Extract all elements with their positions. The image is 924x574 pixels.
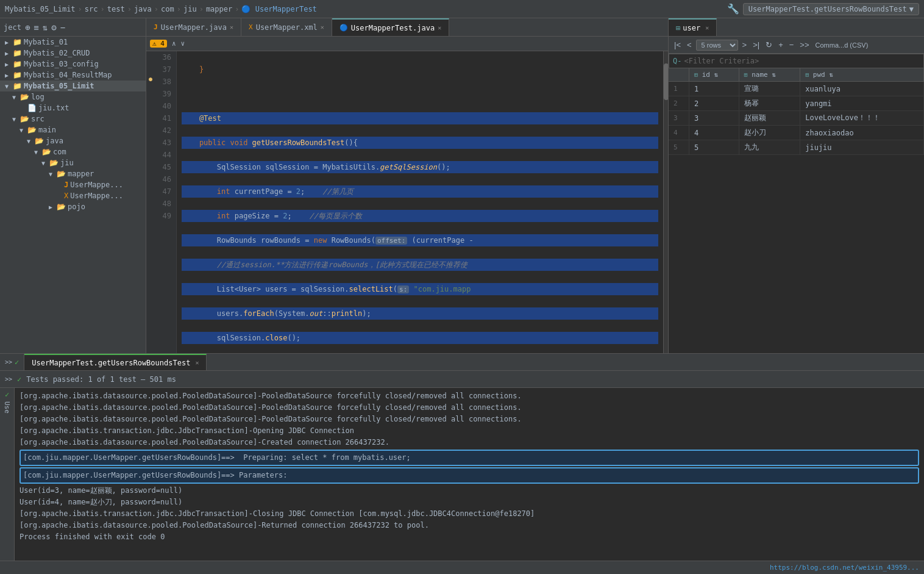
sidebar-item-jiutxt[interactable]: ▶ 📄 jiu.txt <box>0 102 146 113</box>
close-icon[interactable]: ✕ <box>438 24 441 31</box>
cell-pwd[interactable]: xuanluya <box>800 82 924 96</box>
sidebar-item-mybatis05[interactable]: ▼ 📁 Mybatis_05_Limit <box>0 81 146 91</box>
sidebar-item-java[interactable]: ▼ 📂 java <box>0 135 146 146</box>
arrow-icon: ▼ <box>12 94 18 101</box>
col-header-id[interactable]: ⊞ id ⇅ <box>689 68 739 82</box>
bottom-tabs: >> ✓ UserMapperTest.getUsersRowBoundsTes… <box>0 354 924 371</box>
cell-id[interactable]: 3 <box>689 111 739 126</box>
sidebar-item-label: main <box>38 126 56 134</box>
col-header-pwd[interactable]: ⊞ pwd ⇅ <box>800 68 924 82</box>
bottom-tab-run[interactable]: UserMapperTest.getUsersRowBoundsTest ✕ <box>24 354 207 370</box>
sidebar-item-com[interactable]: ▼ 📂 com <box>0 146 146 157</box>
sidebar-item-label: java <box>46 137 63 145</box>
expand-arrow[interactable]: >> <box>5 376 12 382</box>
minus-icon[interactable]: − <box>60 23 65 32</box>
breadcrumb-item-5[interactable]: com <box>161 5 174 13</box>
sidebar-item-label: src <box>31 115 44 123</box>
java-file-icon: J <box>64 181 68 189</box>
add-icon[interactable]: ⊕ <box>25 23 30 32</box>
cell-name[interactable]: 赵丽颖 <box>739 111 800 126</box>
db-tabs: ⊞ user ✕ <box>669 18 924 37</box>
breadcrumb-item-8[interactable]: 🔵 UserMapperTest <box>241 5 316 13</box>
tab-usermapper-java[interactable]: J UserMapper.java ✕ <box>146 18 241 36</box>
breadcrumb-item-3[interactable]: test <box>107 5 125 13</box>
breadcrumb-item-6[interactable]: jiu <box>183 5 197 13</box>
table-row[interactable]: 4 4 赵小刀 zhaoxiaodao <box>669 126 924 140</box>
settings-icon[interactable]: 🔧 <box>727 3 739 15</box>
first-page-button[interactable]: |< <box>672 40 683 49</box>
table-row[interactable]: 5 5 九九 jiujiu <box>669 140 924 155</box>
collapse-icon[interactable]: ∧ <box>172 40 176 48</box>
breadcrumb-item-1[interactable]: Mybatis_05_Limit <box>5 5 76 13</box>
breadcrumb-item-4[interactable]: java <box>134 5 152 13</box>
prev-page-button[interactable]: < <box>685 40 694 49</box>
db-panel: ⊞ user ✕ |< < 5 rows 10 rows 20 rows > >… <box>668 18 924 353</box>
db-tab-user[interactable]: ⊞ user ✕ <box>669 18 717 36</box>
sidebar-item-pojo[interactable]: ▶ 📂 pojo <box>0 201 146 212</box>
sidebar-item-log[interactable]: ▼ 📂 log <box>0 91 146 102</box>
db-toolbar: |< < 5 rows 10 rows 20 rows > >| ↻ + − >… <box>669 37 924 54</box>
table-row[interactable]: 3 3 赵丽颖 LoveLoveLove！！！ <box>669 111 924 126</box>
sidebar-item-usermapper-java[interactable]: ▶ J UserMappe... <box>0 179 146 190</box>
sidebar-item-label: UserMappe... <box>70 181 123 189</box>
top-bar-right: 🔧 UserMapperTest.getUsersRowBoundsTest ▼ <box>727 3 919 15</box>
sidebar-item-main[interactable]: ▼ 📂 main <box>0 124 146 135</box>
cell-name[interactable]: 九九 <box>739 140 800 155</box>
bottom-panel: >> ✓ UserMapperTest.getUsersRowBoundsTes… <box>0 353 924 561</box>
col-header-name[interactable]: ⊞ name ⇅ <box>739 68 800 82</box>
run-toolbar: >> ✓ Tests passed: 1 of 1 test – 501 ms <box>0 371 924 388</box>
table-row[interactable]: 1 1 宣璐 xuanluya <box>669 82 924 96</box>
gutter: ● <box>146 51 177 353</box>
bottom-tab-close[interactable]: ✕ <box>195 359 199 366</box>
sidebar-item-src[interactable]: ▼ 📂 src <box>0 113 146 124</box>
next-page-button[interactable]: > <box>741 40 749 49</box>
sidebar-item-mybatis03[interactable]: ▶ 📁 Mybatis_03_config <box>0 59 146 70</box>
sidebar-item-mybatis02[interactable]: ▶ 📁 Mybatis_02_CRUD <box>0 48 146 59</box>
table-row[interactable]: 2 2 杨幂 yangmi <box>669 96 924 111</box>
cell-pwd[interactable]: yangmi <box>800 96 924 111</box>
console-line: [org.apache.ibatis.datasource.pooled.Poo… <box>20 390 919 402</box>
breadcrumb-item-2[interactable]: src <box>85 5 98 13</box>
sort-icon[interactable]: ⇅ <box>43 23 48 32</box>
cell-pwd[interactable]: jiujiu <box>800 140 924 155</box>
sidebar-item-mybatis04[interactable]: ▶ 📁 Mybatis_04_ResultMap <box>0 70 146 81</box>
run-config[interactable]: UserMapperTest.getUsersRowBoundsTest ▼ <box>743 3 919 15</box>
arrow-icon: ▼ <box>27 138 33 145</box>
close-icon[interactable]: ✕ <box>230 24 233 30</box>
db-table: ⊞ id ⇅ ⊞ name ⇅ ⊞ pwd ⇅ 1 1 宣璐 xuanluya … <box>669 68 924 353</box>
console-line: [org.apache.ibatis.datasource.pooled.Poo… <box>20 520 919 531</box>
code-editor[interactable]: ● <box>146 51 668 353</box>
cell-id[interactable]: 5 <box>689 140 739 155</box>
settings-gear-icon[interactable]: ⚙ <box>51 23 56 32</box>
add-row-button[interactable]: + <box>777 40 785 49</box>
sidebar-item-usermapper-xml[interactable]: ▶ X UserMappe... <box>0 190 146 201</box>
cell-pwd[interactable]: zhaoxiaodao <box>800 126 924 140</box>
breadcrumb-item-7[interactable]: mapper <box>206 5 232 13</box>
filter-placeholder: <Filter Criteria> <box>684 57 759 65</box>
folder-icon: 📂 <box>42 148 51 156</box>
nav-more-button[interactable]: >> <box>798 40 811 49</box>
cell-name[interactable]: 杨幂 <box>739 96 800 111</box>
rows-select[interactable]: 5 rows 10 rows 20 rows <box>696 40 738 51</box>
editor-scrollbar[interactable] <box>663 51 668 353</box>
list-icon[interactable]: ≡ <box>34 23 38 32</box>
arrow-icon: ▶ <box>5 72 11 79</box>
expand-icon[interactable]: ∨ <box>181 40 185 48</box>
cell-id[interactable]: 1 <box>689 82 739 96</box>
export-button[interactable]: Comma...d (CSV) <box>814 41 870 49</box>
tab-usermapper-xml[interactable]: X UserMapper.xml ✕ <box>241 18 332 36</box>
remove-row-button[interactable]: − <box>787 40 796 49</box>
cell-name[interactable]: 宣璐 <box>739 82 800 96</box>
db-tab-close[interactable]: ✕ <box>705 24 709 31</box>
sidebar-item-mapper[interactable]: ▼ 📂 mapper <box>0 168 146 179</box>
cell-name[interactable]: 赵小刀 <box>739 126 800 140</box>
cell-id[interactable]: 2 <box>689 96 739 111</box>
cell-pwd[interactable]: LoveLoveLove！！！ <box>800 111 924 126</box>
close-icon[interactable]: ✕ <box>321 24 324 30</box>
sidebar-item-jiu[interactable]: ▼ 📂 jiu <box>0 157 146 168</box>
tab-usermappertest-java[interactable]: 🔵 UserMapperTest.java ✕ <box>332 18 449 36</box>
cell-id[interactable]: 4 <box>689 126 739 140</box>
sidebar-item-mybatis01[interactable]: ▶ 📁 Mybatis_01 <box>0 37 146 48</box>
last-page-button[interactable]: >| <box>751 40 761 49</box>
refresh-button[interactable]: ↻ <box>764 40 774 49</box>
